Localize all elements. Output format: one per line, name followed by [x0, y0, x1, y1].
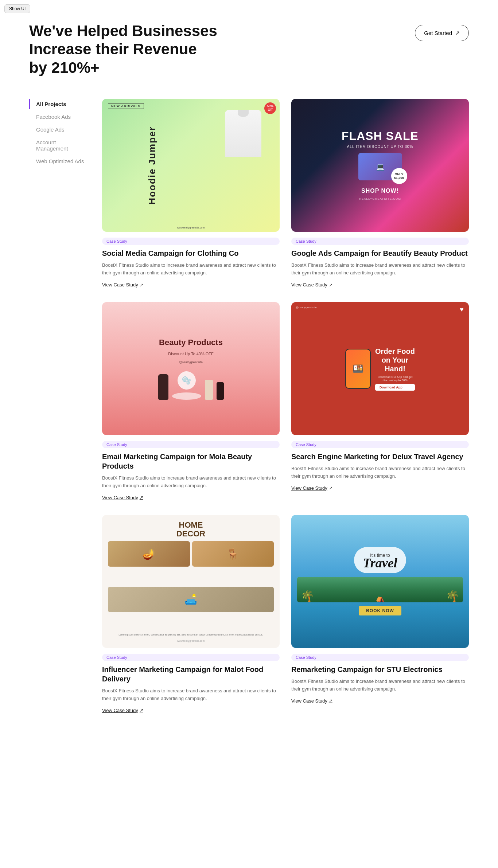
case-study-badge-2: Case Study — [102, 441, 280, 448]
project-title-4: Influencer Marketing Campaign for Malot … — [102, 665, 280, 684]
header: We've Helped Businesses Increase their R… — [29, 22, 469, 77]
project-desc-5: BoostX Fitness Studio aims to increase b… — [291, 678, 469, 693]
project-title-5: Remarketing Campaign for STU Electronics — [291, 665, 469, 674]
ad-hoodie-text: Hoodie Jumper — [147, 126, 158, 204]
ad-travel-word: Travel — [363, 556, 397, 570]
palm-right: 🌴 — [446, 590, 459, 602]
project-desc-0: BoostX Fitness Studio aims to increase b… — [102, 262, 280, 277]
link-arrow-0: ↗ — [140, 282, 143, 288]
project-desc-2: BoostX Fitness Studio aims to increase b… — [102, 474, 280, 490]
ad-home-images: 🪔 🪑 🛋️ — [108, 541, 274, 630]
link-arrow-2: ↗ — [140, 495, 143, 500]
project-image-flash: FLASH SALE ALL ITEM DISCOUNT UP TO 30% 💻… — [291, 99, 469, 232]
ad-home-img-room: 🪑 — [192, 541, 274, 567]
view-case-study-5[interactable]: View Case Study ↗ — [291, 698, 332, 704]
link-arrow-5: ↗ — [329, 698, 332, 703]
sidebar-item-facebook-ads[interactable]: Facebook Ads — [29, 112, 87, 122]
ad-food-title: Order Foodon YourHand! — [375, 347, 415, 373]
sidebar-item-account-management[interactable]: Account Management — [29, 137, 87, 154]
sidebar-item-google-ads[interactable]: Google Ads — [29, 124, 87, 135]
project-image-homedecor: HOMEDECOR 🪔 🪑 🛋️ Lorem ipsum dolor sit a… — [102, 515, 280, 648]
project-card-homedecor: HOMEDECOR 🪔 🪑 🛋️ Lorem ipsum dolor sit a… — [102, 515, 280, 713]
project-card-food: ♥ @reallygreatsite 🍱 Order Foodon YourHa… — [291, 302, 469, 500]
project-image-clothing: NEW ARRIVALS Hoodie Jumper 50%Off www.re… — [102, 99, 280, 232]
link-arrow-3: ↗ — [329, 485, 332, 490]
sidebar-item-all-projects[interactable]: All Projects — [29, 99, 87, 109]
ad-beauty-products: 🫧 — [158, 371, 224, 400]
bottle-light — [205, 380, 213, 400]
page-wrapper: We've Helped Businesses Increase their R… — [0, 0, 498, 742]
project-desc-1: BoostX Fitness Studio aims to increase b… — [291, 262, 469, 277]
bottle-dark — [158, 374, 168, 400]
sidebar-item-web-optimized-ads[interactable]: Web Optimized Ads — [29, 156, 87, 167]
project-image-beauty: Beauty Products Discount Up To 40% OFF @… — [102, 302, 280, 435]
bottle-dark2 — [217, 382, 224, 400]
get-started-label: Get Started — [424, 30, 452, 36]
ad-travel-book-btn[interactable]: BOOK NOW — [359, 606, 401, 615]
project-image-travel: It's time to Travel 🌴 🌴 ⛺ BOOK NOW — [291, 515, 469, 648]
ad-food-content: 🍱 Order Foodon YourHand! Download Our Ap… — [345, 347, 415, 391]
projects-grid: NEW ARRIVALS Hoodie Jumper 50%Off www.re… — [102, 99, 469, 713]
ad-food-heart-icon: ♥ — [460, 306, 464, 313]
ad-flash-url: REALLYGREATSITE.COM — [359, 197, 401, 200]
palm-left: 🌴 — [301, 590, 314, 602]
ad-food-sub: Download Our App and getdiscount up to 5… — [375, 375, 415, 382]
link-arrow-4: ↗ — [140, 708, 143, 713]
show-ui-button[interactable]: Show UI — [4, 4, 30, 13]
link-arrow-1: ↗ — [329, 282, 332, 288]
project-desc-4: BoostX Fitness Studio aims to increase b… — [102, 687, 280, 703]
case-study-badge-0: Case Study — [102, 238, 280, 245]
ad-travel-cloud: It's time to Travel — [354, 547, 406, 573]
ad-beauty-title: Beauty Products — [159, 338, 223, 347]
project-card-beauty: Beauty Products Discount Up To 40% OFF @… — [102, 302, 280, 500]
project-title-3: Search Engine Marketing for Delux Travel… — [291, 452, 469, 461]
ad-new-arrivals-label: NEW ARRIVALS — [108, 103, 144, 109]
content-layout: All Projects Facebook Ads Google Ads Acc… — [29, 99, 469, 713]
ad-beauty-sub: Discount Up To 40% OFF — [168, 352, 214, 356]
view-case-study-2[interactable]: View Case Study ↗ — [102, 495, 143, 500]
hut-icon: ⛺ — [376, 594, 385, 602]
project-desc-3: BoostX Fitness Studio aims to increase b… — [291, 465, 469, 480]
page-title: We've Helped Businesses Increase their R… — [29, 22, 219, 77]
ad-flash-sub: ALL ITEM DISCOUNT UP TO 30% — [347, 145, 413, 149]
ad-food-text-col: Order Foodon YourHand! Download Our App … — [375, 347, 415, 391]
hoodie-image — [225, 110, 261, 157]
ad-flash-laptop: 💻 ONLY$1,200 — [358, 153, 402, 180]
ad-price-badge: ONLY$1,200 — [391, 168, 407, 184]
beauty-platform — [172, 392, 201, 400]
ad-home-img-lamp: 🪔 — [108, 541, 190, 567]
ad-food-screen: 🍱 — [346, 349, 370, 388]
project-card-travel: It's time to Travel 🌴 🌴 ⛺ BOOK NOW Case … — [291, 515, 469, 713]
project-card-clothing: NEW ARRIVALS Hoodie Jumper 50%Off www.re… — [102, 99, 280, 288]
case-study-badge-4: Case Study — [102, 654, 280, 661]
arrow-icon: ↗ — [455, 30, 460, 36]
ad-food-small-url: @reallygreatsite — [296, 306, 317, 309]
case-study-badge-5: Case Study — [291, 654, 469, 661]
get-started-button[interactable]: Get Started ↗ — [415, 25, 469, 41]
sidebar: All Projects Facebook Ads Google Ads Acc… — [29, 99, 87, 169]
project-image-food: ♥ @reallygreatsite 🍱 Order Foodon YourHa… — [291, 302, 469, 435]
project-title-2: Email Marketing Campaign for Mola Beauty… — [102, 452, 280, 471]
beauty-ball: 🫧 — [178, 371, 196, 390]
view-case-study-0[interactable]: View Case Study ↗ — [102, 282, 143, 288]
ad-home-url: www.reallygreatsite.com — [108, 640, 274, 642]
case-study-badge-1: Case Study — [291, 238, 469, 245]
ad-discount-badge: 50%Off — [264, 102, 276, 114]
ad-home-body-text: Lorem ipsum dolor sit amet, consectetur … — [108, 633, 274, 637]
ad-flash-title: FLASH SALE — [342, 130, 419, 142]
view-case-study-4[interactable]: View Case Study ↗ — [102, 708, 143, 713]
ad-travel-beach: 🌴 🌴 ⛺ — [297, 577, 463, 602]
project-card-flash: FLASH SALE ALL ITEM DISCOUNT UP TO 30% 💻… — [291, 99, 469, 288]
case-study-badge-3: Case Study — [291, 441, 469, 448]
project-title-0: Social Media Campaign for Clothing Co — [102, 249, 280, 258]
ad-home-title: HOMEDECOR — [108, 521, 274, 538]
view-case-study-3[interactable]: View Case Study ↗ — [291, 485, 332, 491]
project-title-1: Google Ads Campaign for Beautify Beauty … — [291, 249, 469, 258]
ad-beauty-handle: @reallygreatsite — [179, 360, 203, 364]
ad-url-label: www.reallygreatsite.com — [102, 226, 280, 229]
view-case-study-1[interactable]: View Case Study ↗ — [291, 282, 332, 288]
ad-food-phone: 🍱 — [345, 349, 371, 389]
ad-food-download-btn[interactable]: Download App — [375, 384, 415, 391]
ad-flash-shop: SHOP NOW! — [361, 188, 399, 194]
ad-home-img-chair: 🛋️ — [108, 587, 274, 612]
